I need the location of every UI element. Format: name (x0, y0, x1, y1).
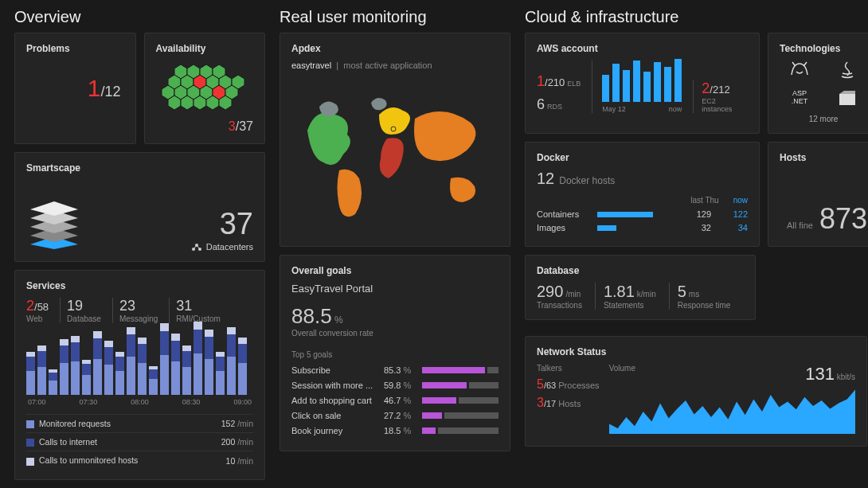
database-tile[interactable]: Database 290/minTransactions1.81k/minSta… (525, 255, 756, 320)
apdex-title: Apdex (291, 43, 499, 54)
datacenter-icon (192, 243, 201, 251)
goals-conversion: 88.5 (291, 304, 332, 328)
aws-title: AWS account (537, 43, 748, 54)
goal-row: Book journey18.5 % (291, 426, 499, 435)
service-stat: 31RMI/Custom (169, 298, 221, 323)
docker-title: Docker (537, 152, 748, 163)
legend-row: Calls to internet200 /min (26, 432, 253, 451)
db-stat: 5msResponse time (669, 283, 731, 310)
bar (205, 330, 213, 395)
hosts-title: Hosts (780, 152, 867, 163)
goals-top5-label: Top 5 goals (291, 350, 499, 359)
db-stat: 1.81k/minStatements (595, 283, 656, 310)
bar (49, 369, 57, 395)
goal-row: Session with more ...59.8 % (291, 381, 499, 390)
tech-title: Technologies (780, 43, 867, 54)
goals-title: Overall goals (291, 265, 499, 276)
services-bar-chart (26, 331, 253, 395)
bar (104, 341, 113, 395)
svg-marker-33 (839, 91, 855, 94)
docker-row: Containers129122 (537, 209, 748, 219)
bar (216, 352, 225, 395)
apdex-app: easytravel (291, 61, 331, 70)
goals-tile[interactable]: Overall goals EasyTravel Portal 88.5 % O… (280, 255, 510, 451)
availability-value: 3 (229, 119, 236, 133)
database-title: Database (537, 265, 744, 276)
svg-point-31 (391, 127, 396, 131)
hosts-label: All fine (787, 221, 813, 230)
layers-icon (26, 201, 82, 252)
apdex-subtitle: most active application (343, 61, 432, 70)
aspnet-icon: ASP.NET (792, 89, 808, 110)
technologies-tile[interactable]: Technologies ASP.NET 12 more (768, 33, 868, 134)
problems-title: Problems (26, 43, 124, 54)
bar (149, 366, 158, 395)
smartscape-value: 37 (192, 209, 253, 239)
svg-marker-34 (609, 389, 855, 434)
svg-line-29 (194, 245, 197, 249)
tech-more[interactable]: 12 more (780, 115, 867, 123)
svg-line-30 (197, 245, 200, 249)
hosts-tile[interactable]: Hosts All fine 873 (768, 142, 868, 247)
world-map (291, 75, 499, 236)
aws-tile[interactable]: AWS account 1/210ELB 6RDS May 12now 2/21… (525, 33, 760, 134)
section-title-cloud: Cloud & infrastructure (525, 8, 868, 26)
network-area-chart (609, 386, 855, 434)
goal-row: Subscribe85.3 % (291, 365, 499, 375)
bar (160, 323, 169, 395)
services-tile[interactable]: Services 2/58Web19Database23Messaging31R… (14, 270, 265, 480)
bar (71, 336, 80, 395)
bar (138, 338, 147, 395)
db-stat: 290/minTransactions (537, 283, 582, 310)
docker-row: Images3234 (537, 223, 748, 232)
bar (60, 339, 68, 395)
bar (171, 334, 180, 395)
goals-conversion-label: Overall conversion rate (291, 329, 499, 338)
bar (238, 338, 247, 395)
cloud-column: Cloud & infrastructure AWS account 1/210… (525, 8, 868, 488)
problems-value: 1 (88, 75, 101, 101)
legend-row: Calls to unmonitored hosts10 /min (26, 451, 253, 469)
availability-title: Availability (156, 43, 254, 54)
java-icon (836, 61, 858, 81)
services-title: Services (26, 280, 253, 291)
bar (93, 331, 102, 395)
problems-tile[interactable]: Problems 1/12 (14, 33, 136, 144)
svg-marker-25 (30, 201, 78, 216)
tomcat-icon (788, 61, 811, 81)
network-tile[interactable]: Network Status Talkers 5/63 Processes 3/… (525, 336, 867, 447)
hosts-value: 873 (819, 205, 867, 233)
availability-tile[interactable]: Availability (144, 33, 266, 144)
service-stat: 19Database (60, 298, 101, 323)
network-title: Network Status (537, 346, 855, 357)
bar (82, 360, 91, 395)
aws-bar-chart (602, 61, 682, 102)
section-title-overview: Overview (14, 8, 265, 26)
bar (127, 327, 135, 395)
svg-rect-32 (839, 94, 855, 105)
smartscape-label: Datacenters (206, 242, 253, 252)
bar (37, 346, 46, 395)
service-stat: 23Messaging (112, 298, 158, 323)
overview-column: Overview Problems 1/12 Availability (14, 8, 265, 488)
bar (182, 346, 191, 395)
docker-tile[interactable]: Docker 12 Docker hosts last Thunow Conta… (525, 142, 760, 247)
problems-total: /12 (100, 84, 120, 100)
honeycomb-chart (156, 61, 254, 116)
section-title-rum: Real user monitoring (280, 8, 510, 26)
bar (26, 352, 35, 395)
rum-column: Real user monitoring Apdex easytravel | … (280, 8, 510, 488)
smartscape-tile[interactable]: Smartscape 37 Datacenters (14, 152, 265, 262)
service-stat: 2/58Web (26, 298, 49, 323)
goal-row: Click on sale27.2 % (291, 411, 499, 420)
apdex-tile[interactable]: Apdex easytravel | most active applicati… (280, 33, 510, 247)
other-tech-icon (836, 89, 858, 110)
smartscape-title: Smartscape (26, 162, 253, 174)
availability-total: /37 (236, 119, 253, 133)
bar (115, 352, 124, 395)
bar (227, 327, 236, 395)
bar (194, 322, 202, 395)
goals-portal: EasyTravel Portal (291, 283, 499, 295)
goal-row: Add to shopping cart46.7 % (291, 396, 499, 405)
legend-row: Monitored requests152 /min (26, 414, 253, 432)
